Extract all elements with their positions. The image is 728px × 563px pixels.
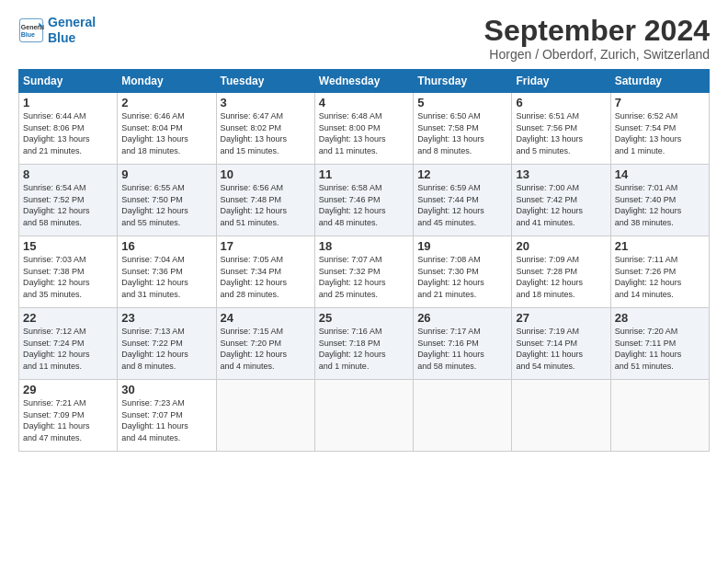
- day-info: Sunrise: 7:12 AM Sunset: 7:24 PM Dayligh…: [23, 326, 113, 372]
- day-number: 2: [121, 96, 211, 109]
- day-cell: 29Sunrise: 7:21 AM Sunset: 7:09 PM Dayli…: [19, 380, 118, 452]
- col-thursday: Thursday: [414, 70, 512, 93]
- day-info: Sunrise: 6:52 AM Sunset: 7:54 PM Dayligh…: [615, 110, 705, 156]
- day-number: 24: [221, 311, 311, 325]
- day-info: Sunrise: 7:04 AM Sunset: 7:36 PM Dayligh…: [121, 254, 211, 300]
- day-cell: 11Sunrise: 6:58 AM Sunset: 7:46 PM Dayli…: [314, 165, 413, 236]
- calendar: Sunday Monday Tuesday Wednesday Thursday…: [18, 69, 710, 452]
- day-cell: 26Sunrise: 7:17 AM Sunset: 7:16 PM Dayli…: [414, 308, 512, 380]
- day-cell: 5Sunrise: 6:50 AM Sunset: 7:58 PM Daylig…: [414, 93, 512, 165]
- day-number: 16: [121, 239, 211, 253]
- week-row-4: 22Sunrise: 7:12 AM Sunset: 7:24 PM Dayli…: [19, 308, 710, 380]
- day-cell: 2Sunrise: 6:46 AM Sunset: 8:04 PM Daylig…: [118, 93, 216, 165]
- header: General Blue General Blue September 2024…: [18, 15, 710, 62]
- day-cell: 10Sunrise: 6:56 AM Sunset: 7:48 PM Dayli…: [216, 165, 314, 236]
- week-row-3: 15Sunrise: 7:03 AM Sunset: 7:38 PM Dayli…: [19, 236, 710, 308]
- day-info: Sunrise: 7:20 AM Sunset: 7:11 PM Dayligh…: [615, 326, 705, 372]
- day-number: 6: [516, 96, 606, 109]
- day-cell: 27Sunrise: 7:19 AM Sunset: 7:14 PM Dayli…: [512, 308, 610, 380]
- day-number: 17: [221, 239, 311, 253]
- day-cell: 6Sunrise: 6:51 AM Sunset: 7:56 PM Daylig…: [512, 93, 610, 165]
- day-cell: 18Sunrise: 7:07 AM Sunset: 7:32 PM Dayli…: [314, 236, 413, 308]
- day-number: 18: [319, 239, 409, 253]
- header-row: Sunday Monday Tuesday Wednesday Thursday…: [19, 70, 710, 93]
- day-cell: 9Sunrise: 6:55 AM Sunset: 7:50 PM Daylig…: [118, 165, 216, 236]
- location: Horgen / Oberdorf, Zurich, Switzerland: [484, 47, 710, 62]
- page: General Blue General Blue September 2024…: [0, 0, 728, 563]
- day-number: 29: [23, 383, 113, 396]
- day-info: Sunrise: 6:48 AM Sunset: 8:00 PM Dayligh…: [319, 110, 409, 156]
- day-number: 10: [221, 167, 311, 181]
- day-cell: 1Sunrise: 6:44 AM Sunset: 8:06 PM Daylig…: [19, 93, 118, 165]
- day-cell: 23Sunrise: 7:13 AM Sunset: 7:22 PM Dayli…: [118, 308, 216, 380]
- svg-rect-0: [19, 18, 42, 41]
- col-wednesday: Wednesday: [314, 70, 413, 93]
- day-number: 21: [615, 239, 705, 253]
- day-number: 12: [417, 167, 507, 181]
- day-cell: 8Sunrise: 6:54 AM Sunset: 7:52 PM Daylig…: [19, 165, 118, 236]
- day-cell: 20Sunrise: 7:09 AM Sunset: 7:28 PM Dayli…: [512, 236, 610, 308]
- day-number: 25: [319, 311, 409, 325]
- day-info: Sunrise: 6:55 AM Sunset: 7:50 PM Dayligh…: [121, 182, 211, 228]
- logo-text: General Blue: [48, 15, 96, 46]
- day-cell: [216, 380, 314, 452]
- day-number: 4: [319, 96, 409, 109]
- day-cell: 28Sunrise: 7:20 AM Sunset: 7:11 PM Dayli…: [610, 308, 709, 380]
- day-cell: [610, 380, 709, 452]
- day-cell: 15Sunrise: 7:03 AM Sunset: 7:38 PM Dayli…: [19, 236, 118, 308]
- day-number: 23: [121, 311, 211, 325]
- title-block: September 2024 Horgen / Oberdorf, Zurich…: [484, 15, 710, 62]
- day-number: 28: [615, 311, 705, 325]
- day-info: Sunrise: 7:15 AM Sunset: 7:20 PM Dayligh…: [221, 326, 311, 372]
- day-number: 14: [615, 167, 705, 181]
- day-info: Sunrise: 7:19 AM Sunset: 7:14 PM Dayligh…: [516, 326, 606, 372]
- day-number: 13: [516, 167, 606, 181]
- day-cell: 4Sunrise: 6:48 AM Sunset: 8:00 PM Daylig…: [314, 93, 413, 165]
- day-number: 8: [23, 167, 113, 181]
- month-title: September 2024: [484, 15, 710, 47]
- day-cell: 17Sunrise: 7:05 AM Sunset: 7:34 PM Dayli…: [216, 236, 314, 308]
- day-info: Sunrise: 6:56 AM Sunset: 7:48 PM Dayligh…: [221, 182, 311, 228]
- day-info: Sunrise: 6:54 AM Sunset: 7:52 PM Dayligh…: [23, 182, 113, 228]
- day-number: 5: [417, 96, 507, 109]
- day-info: Sunrise: 6:44 AM Sunset: 8:06 PM Dayligh…: [23, 110, 113, 156]
- day-cell: [512, 380, 610, 452]
- day-number: 26: [417, 311, 507, 325]
- col-monday: Monday: [118, 70, 216, 93]
- day-info: Sunrise: 7:00 AM Sunset: 7:42 PM Dayligh…: [516, 182, 606, 228]
- logo: General Blue General Blue: [18, 15, 96, 46]
- logo-icon: General Blue: [18, 17, 44, 43]
- day-info: Sunrise: 6:59 AM Sunset: 7:44 PM Dayligh…: [417, 182, 507, 228]
- day-cell: 24Sunrise: 7:15 AM Sunset: 7:20 PM Dayli…: [216, 308, 314, 380]
- day-number: 3: [221, 96, 311, 109]
- day-cell: 12Sunrise: 6:59 AM Sunset: 7:44 PM Dayli…: [414, 165, 512, 236]
- day-number: 22: [23, 311, 113, 325]
- week-row-2: 8Sunrise: 6:54 AM Sunset: 7:52 PM Daylig…: [19, 165, 710, 236]
- week-row-1: 1Sunrise: 6:44 AM Sunset: 8:06 PM Daylig…: [19, 93, 710, 165]
- day-info: Sunrise: 7:13 AM Sunset: 7:22 PM Dayligh…: [121, 326, 211, 372]
- day-number: 30: [121, 383, 211, 396]
- day-cell: 22Sunrise: 7:12 AM Sunset: 7:24 PM Dayli…: [19, 308, 118, 380]
- day-info: Sunrise: 6:47 AM Sunset: 8:02 PM Dayligh…: [221, 110, 311, 156]
- day-info: Sunrise: 7:16 AM Sunset: 7:18 PM Dayligh…: [319, 326, 409, 372]
- day-cell: 13Sunrise: 7:00 AM Sunset: 7:42 PM Dayli…: [512, 165, 610, 236]
- day-cell: 16Sunrise: 7:04 AM Sunset: 7:36 PM Dayli…: [118, 236, 216, 308]
- col-sunday: Sunday: [19, 70, 118, 93]
- day-number: 9: [121, 167, 211, 181]
- day-info: Sunrise: 7:01 AM Sunset: 7:40 PM Dayligh…: [615, 182, 705, 228]
- day-cell: 3Sunrise: 6:47 AM Sunset: 8:02 PM Daylig…: [216, 93, 314, 165]
- day-info: Sunrise: 7:21 AM Sunset: 7:09 PM Dayligh…: [23, 397, 113, 443]
- day-number: 1: [23, 96, 113, 109]
- col-tuesday: Tuesday: [216, 70, 314, 93]
- week-row-5: 29Sunrise: 7:21 AM Sunset: 7:09 PM Dayli…: [19, 380, 710, 452]
- day-cell: 19Sunrise: 7:08 AM Sunset: 7:30 PM Dayli…: [414, 236, 512, 308]
- day-info: Sunrise: 7:23 AM Sunset: 7:07 PM Dayligh…: [121, 397, 211, 443]
- day-info: Sunrise: 7:08 AM Sunset: 7:30 PM Dayligh…: [417, 254, 507, 300]
- day-info: Sunrise: 7:05 AM Sunset: 7:34 PM Dayligh…: [221, 254, 311, 300]
- day-cell: [314, 380, 413, 452]
- day-cell: 21Sunrise: 7:11 AM Sunset: 7:26 PM Dayli…: [610, 236, 709, 308]
- day-cell: 14Sunrise: 7:01 AM Sunset: 7:40 PM Dayli…: [610, 165, 709, 236]
- day-cell: 25Sunrise: 7:16 AM Sunset: 7:18 PM Dayli…: [314, 308, 413, 380]
- day-cell: 7Sunrise: 6:52 AM Sunset: 7:54 PM Daylig…: [610, 93, 709, 165]
- day-number: 15: [23, 239, 113, 253]
